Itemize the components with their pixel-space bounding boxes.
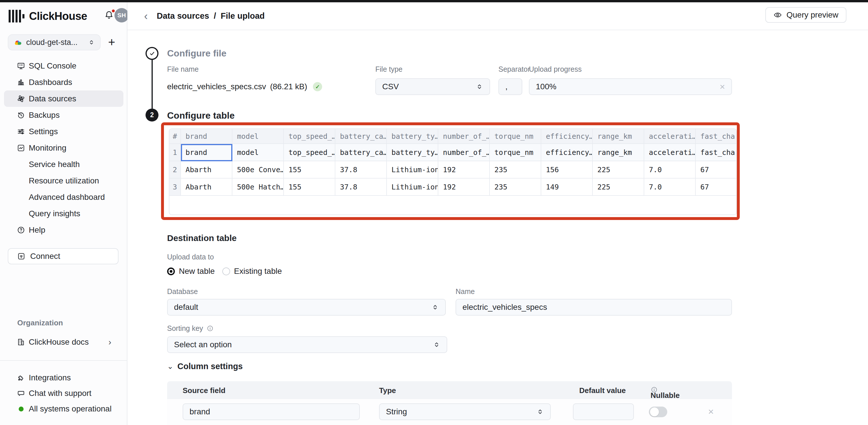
sorting-key-label: Sorting key — [167, 324, 203, 333]
sidebar-item-settings[interactable]: Settings — [4, 123, 123, 140]
preview-data-row: 2 Abarth 500e Conve… 155 37.8 Lithium-io… — [169, 161, 736, 178]
database-label: Database — [167, 287, 446, 296]
back-button[interactable]: ‹ — [144, 11, 148, 22]
sidebar-item-query-insights[interactable]: Query insights — [4, 205, 123, 222]
table-name-input[interactable]: electric_vehicles_specs — [456, 299, 732, 316]
breadcrumb-separator: / — [214, 11, 216, 21]
chevron-down-icon: ⌄ — [167, 362, 174, 371]
separator-label: Separator — [498, 65, 529, 74]
preview-row-headers-editable: 1 brand model top_speed_… battery_ca… ba… — [169, 144, 736, 161]
connect-icon — [17, 252, 26, 261]
sidebar-item-clickhouse-docs[interactable]: ClickHouse docs › — [4, 334, 123, 350]
backups-history-icon — [17, 111, 25, 119]
sidebar-item-service-health[interactable]: Service health — [4, 156, 123, 172]
step-2-badge: 2 — [146, 109, 158, 121]
nullable-header: Nullable — [651, 386, 658, 393]
sidebar-item-resource-utilization[interactable]: Resource utilization — [4, 172, 123, 189]
preview-empty-area — [169, 196, 736, 215]
sidebar-item-data-sources[interactable]: Data sources — [4, 90, 123, 107]
upload-data-to-label: Upload data to — [167, 253, 214, 261]
radio-new-table-label[interactable]: New table — [179, 266, 215, 276]
dashboards-icon — [17, 78, 25, 87]
column-settings-table: Source field Type Default value Nullable… — [167, 381, 732, 425]
column-settings-header: Source field Type Default value Nullable — [167, 381, 732, 399]
file-name-label: File name — [167, 65, 375, 74]
sidebar-item-backups[interactable]: Backups — [4, 107, 123, 123]
monitoring-icon — [17, 144, 25, 152]
step-connector-line — [152, 59, 153, 109]
chevron-updown-icon — [88, 39, 95, 46]
organization-section-label: Organization — [17, 318, 63, 328]
default-value-input[interactable] — [573, 403, 634, 420]
preview-header-row: # brand model top_speed_… battery_ca… ba… — [169, 129, 736, 144]
chevron-updown-icon — [433, 341, 440, 348]
default-value-header: Default value — [579, 386, 626, 395]
window-top-edge — [0, 0, 868, 2]
toggle-knob — [650, 407, 659, 416]
table-preview-highlight-box: # brand model top_speed_… battery_ca… ba… — [161, 122, 740, 220]
sidebar-nav: SQL Console Dashboards Data sources Back… — [0, 58, 127, 238]
main-area: ‹ Data sources / File upload Query previ… — [127, 0, 868, 425]
upload-progress-input[interactable]: 100% × — [529, 78, 732, 95]
clear-upload-icon[interactable]: × — [720, 82, 725, 91]
breadcrumb-page: File upload — [221, 11, 265, 21]
sidebar-item-sql-console[interactable]: SQL Console — [4, 58, 123, 74]
file-type-label: File type — [375, 65, 498, 74]
docs-building-icon — [17, 338, 25, 346]
sorting-key-select[interactable]: Select an option — [167, 336, 447, 353]
preview-data-row: 3 Abarth 500e Hatch… 155 37.8 Lithium-io… — [169, 178, 736, 196]
sidebar-item-advanced-dashboard[interactable]: Advanced dashboard — [4, 189, 123, 205]
integrations-puzzle-icon — [17, 373, 25, 382]
configure-file-form: File name electric_vehicles_specs.csv (8… — [167, 65, 732, 95]
gcp-cloud-icon — [13, 38, 22, 47]
table-name-label: Name — [456, 287, 732, 296]
breadcrumb: Data sources / File upload — [157, 11, 265, 21]
notifications-bell-icon[interactable] — [103, 10, 115, 23]
eye-icon — [773, 11, 782, 19]
sidebar-item-help[interactable]: Help — [4, 222, 123, 238]
settings-sliders-icon — [17, 127, 25, 136]
destination-table-title: Destination table — [167, 233, 237, 243]
separator-input[interactable]: , — [498, 78, 522, 95]
chevron-updown-icon — [536, 408, 544, 416]
radio-existing-table-label[interactable]: Existing table — [234, 266, 282, 276]
sidebar-item-chat-support[interactable]: Chat with support — [4, 386, 123, 401]
source-field-header: Source field — [183, 386, 225, 395]
breadcrumb-section[interactable]: Data sources — [157, 11, 209, 21]
help-icon — [17, 226, 25, 234]
connect-button[interactable]: Connect — [8, 248, 119, 264]
sidebar-item-monitoring[interactable]: Monitoring — [4, 140, 123, 156]
radio-new-table[interactable] — [167, 267, 175, 275]
file-name-value: electric_vehicles_specs.csv — [167, 82, 266, 91]
configure-table-title: Configure table — [167, 110, 235, 121]
database-select[interactable]: default — [167, 299, 446, 316]
service-name: cloud-get-sta... — [26, 38, 84, 47]
service-selector[interactable]: cloud-get-sta... — [8, 34, 101, 50]
system-status[interactable]: All systems operational — [4, 401, 123, 417]
nullable-toggle[interactable] — [649, 406, 667, 417]
chat-bubble-icon — [17, 389, 25, 398]
radio-existing-table[interactable] — [222, 267, 230, 275]
sidebar-item-dashboards[interactable]: Dashboards — [4, 74, 123, 90]
brand-name: ClickHouse — [29, 10, 87, 23]
configure-file-title: Configure file — [167, 48, 226, 59]
destination-radio-group: New table Existing table — [167, 265, 282, 278]
query-preview-button[interactable]: Query preview — [765, 7, 846, 23]
column-name-cell-focused[interactable]: brand — [181, 144, 232, 161]
clickhouse-logo-icon — [9, 10, 25, 23]
column-settings-toggle[interactable]: ⌄ Column settings — [167, 362, 243, 371]
data-preview-table: # brand model top_speed_… battery_ca… ba… — [169, 129, 737, 215]
source-field-input[interactable]: brand — [183, 403, 360, 420]
data-sources-icon — [17, 94, 25, 103]
column-settings-row: brand String × — [167, 399, 732, 425]
database-name-row: Database default Name electric_vehicles_… — [167, 287, 732, 316]
sidebar-item-integrations[interactable]: Integrations — [4, 370, 123, 386]
add-service-button[interactable]: + — [108, 36, 115, 48]
sidebar: ClickHouse SH cloud-get-sta... — [0, 0, 127, 425]
file-type-select[interactable]: CSV — [375, 78, 490, 95]
remove-column-icon[interactable]: × — [708, 406, 714, 416]
avatar[interactable]: SH — [115, 8, 129, 23]
chevron-updown-icon — [431, 304, 439, 311]
sidebar-divider — [0, 360, 127, 361]
type-select[interactable]: String — [379, 403, 551, 420]
